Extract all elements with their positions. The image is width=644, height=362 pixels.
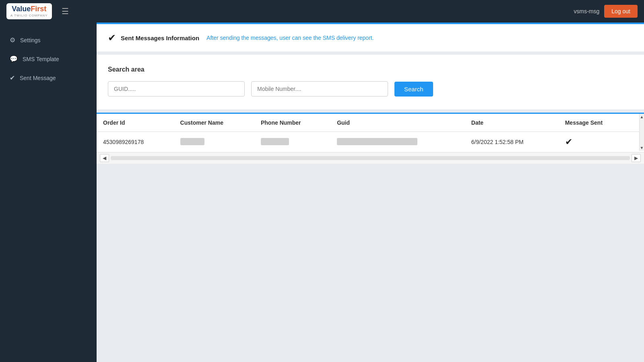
logo-subtitle: A TWILIO COMPANY [10, 14, 48, 18]
scroll-right-arrow[interactable]: ▶ [632, 154, 641, 162]
redacted-phone-number [261, 138, 289, 145]
sidebar-item-settings-label: Settings [20, 37, 41, 43]
horizontal-scrollbar[interactable]: ◀ ▶ [97, 152, 644, 164]
cell-order-id: 4530989269178 [97, 132, 174, 152]
table-row: 4530989269178 6/9/2022 1:52:58 PM [97, 132, 644, 152]
mobile-number-input[interactable] [251, 81, 388, 97]
redacted-guid [337, 138, 417, 145]
vertical-scrollbar[interactable]: ▲ ▼ [639, 114, 644, 151]
table-wrapper: Order Id Customer Name Phone Number Guid… [97, 114, 644, 164]
search-fields: Search [108, 81, 633, 97]
logo-value: Value [12, 5, 31, 13]
main-layout: ⚙ Settings 💬 SMS Template ✔ Sent Message… [0, 23, 644, 362]
logo: ValueFirst A TWILIO COMPANY [6, 3, 52, 19]
sidebar-item-settings[interactable]: ⚙ Settings [0, 31, 97, 49]
guid-input[interactable] [108, 81, 245, 97]
info-check-icon: ✔ [108, 32, 116, 43]
sms-template-icon: 💬 [10, 55, 18, 63]
sidebar-item-sent-message-label: Sent Message [20, 75, 56, 81]
col-date: Date [465, 114, 559, 132]
search-area-title: Search area [108, 66, 633, 73]
scroll-left-arrow[interactable]: ◀ [100, 154, 109, 162]
cell-phone-number [254, 132, 330, 152]
scroll-down-arrow[interactable]: ▼ [640, 146, 644, 150]
logo-first: First [31, 5, 46, 13]
topnav-right: vsms-msg Log out [574, 5, 638, 18]
redacted-customer-name [180, 138, 204, 145]
sidebar-item-sms-template-label: SMS Template [23, 56, 59, 62]
col-customer-name: Customer Name [174, 114, 254, 132]
cell-customer-name [174, 132, 254, 152]
col-order-id: Order Id [97, 114, 174, 132]
info-banner: ✔ Sent Messages Information After sendin… [97, 23, 644, 51]
col-phone-number: Phone Number [254, 114, 330, 132]
settings-icon: ⚙ [10, 36, 15, 44]
info-title: Sent Messages Information [121, 35, 199, 41]
results-table: Order Id Customer Name Phone Number Guid… [97, 114, 644, 152]
table-area: Order Id Customer Name Phone Number Guid… [97, 113, 644, 164]
search-area: Search area Search [97, 55, 644, 109]
table-header-row: Order Id Customer Name Phone Number Guid… [97, 114, 644, 132]
cell-message-sent: ✔ [559, 132, 631, 152]
sent-message-icon: ✔ [10, 74, 15, 82]
main-content: ✔ Sent Messages Information After sendin… [97, 23, 644, 362]
message-sent-checkmark: ✔ [565, 137, 572, 147]
sidebar-item-sent-message[interactable]: ✔ Sent Message [0, 68, 97, 87]
sidebar-item-sms-template[interactable]: 💬 SMS Template [0, 49, 97, 68]
col-guid: Guid [330, 114, 465, 132]
hamburger-button[interactable]: ☰ [58, 5, 72, 18]
sidebar: ⚙ Settings 💬 SMS Template ✔ Sent Message [0, 23, 97, 362]
search-button[interactable]: Search [394, 82, 433, 97]
info-description: After sending the messages, user can see… [206, 35, 374, 41]
top-navigation: ValueFirst A TWILIO COMPANY ☰ vsms-msg L… [0, 0, 644, 23]
username-label: vsms-msg [574, 8, 600, 14]
col-message-sent: Message Sent [559, 114, 631, 132]
topnav-left: ValueFirst A TWILIO COMPANY ☰ [6, 3, 72, 19]
logout-button[interactable]: Log out [604, 5, 638, 18]
cell-date: 6/9/2022 1:52:58 PM [465, 132, 559, 152]
scroll-track[interactable] [111, 156, 630, 160]
logo-brand: ValueFirst [12, 5, 46, 14]
cell-guid [330, 132, 465, 152]
scroll-up-arrow[interactable]: ▲ [640, 115, 644, 119]
